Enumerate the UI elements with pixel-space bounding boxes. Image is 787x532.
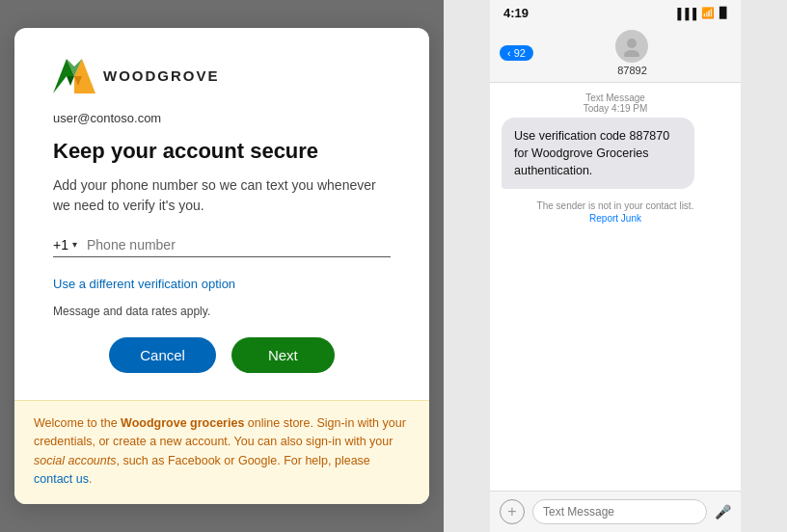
phone-mockup: 4:19 ▐▐▐ 📶 ▉ ‹ 92 87892 xyxy=(490,0,741,532)
status-icons: ▐▐▐ 📶 ▉ xyxy=(674,7,727,19)
next-button[interactable]: Next xyxy=(231,337,335,373)
back-count: 92 xyxy=(514,47,526,59)
msg-type: Text Message xyxy=(585,93,645,103)
back-button[interactable]: ‹ 92 xyxy=(500,45,533,61)
country-code-selector[interactable]: +1 ▾ xyxy=(53,237,77,253)
chevron-down-icon: ▾ xyxy=(72,239,77,250)
msg-meta: Text Message Today 4:19 PM xyxy=(583,93,648,114)
notice-social: social accounts xyxy=(34,454,116,467)
signal-icon: ▐▐▐ xyxy=(674,8,696,19)
message-bubble: Use verification code 887870 for Woodgro… xyxy=(502,118,694,189)
bottom-notice: Welcome to the Woodgrove groceries onlin… xyxy=(14,400,429,505)
contact-us-link[interactable]: contact us xyxy=(34,472,89,486)
right-panel: 4:19 ▐▐▐ 📶 ▉ ‹ 92 87892 xyxy=(444,0,787,532)
notice-text-end: , such as Facebook or Google. For help, … xyxy=(116,454,369,467)
button-row: Cancel Next xyxy=(53,337,391,400)
add-attachment-button[interactable]: + xyxy=(500,499,525,524)
phone-input-bar: + 🎤 xyxy=(490,491,741,532)
notice-period: . xyxy=(89,472,92,486)
card-description: Add your phone number so we can text you… xyxy=(53,175,391,216)
logo-text: WOODGROVE xyxy=(103,67,220,84)
country-code-value: +1 xyxy=(53,237,68,253)
contact-area: 87892 xyxy=(533,30,731,76)
logo-area: WOODGROVE xyxy=(53,59,391,93)
report-junk-link[interactable]: Report Junk xyxy=(589,213,641,224)
status-time: 4:19 xyxy=(503,6,529,20)
wifi-icon: 📶 xyxy=(701,7,715,19)
message-area: Text Message Today 4:19 PM Use verificat… xyxy=(490,83,741,491)
woodgrove-logo-icon xyxy=(53,59,95,93)
battery-icon: ▉ xyxy=(719,7,727,19)
verification-option-link[interactable]: Use a different verification option xyxy=(53,277,235,291)
status-bar: 4:19 ▐▐▐ 📶 ▉ xyxy=(490,0,741,24)
back-arrow-icon: ‹ xyxy=(507,47,511,59)
user-email: user@contoso.com xyxy=(53,111,391,125)
data-rates-notice: Message and data rates apply. xyxy=(53,305,391,318)
notice-brand: Woodgrove groceries xyxy=(121,416,244,430)
sender-number: 87892 xyxy=(617,65,647,76)
svg-point-6 xyxy=(624,50,639,57)
card-title: Keep your account secure xyxy=(53,139,391,164)
avatar-icon xyxy=(621,36,642,57)
cancel-button[interactable]: Cancel xyxy=(109,337,216,373)
sender-note: The sender is not in your contact list. xyxy=(537,200,694,211)
svg-point-5 xyxy=(627,39,637,48)
avatar xyxy=(615,30,648,63)
phone-navbar: ‹ 92 87892 xyxy=(490,24,741,83)
mic-icon[interactable]: 🎤 xyxy=(715,504,731,519)
svg-marker-1 xyxy=(67,76,74,86)
left-panel: WOODGROVE user@contoso.com Keep your acc… xyxy=(0,0,444,532)
security-card: WOODGROVE user@contoso.com Keep your acc… xyxy=(14,28,429,505)
text-message-input[interactable] xyxy=(532,499,707,524)
msg-time: Today 4:19 PM xyxy=(583,103,648,114)
phone-number-input[interactable] xyxy=(87,237,391,253)
notice-text-before: Welcome to the xyxy=(34,416,121,430)
phone-input-row: +1 ▾ xyxy=(53,237,391,257)
